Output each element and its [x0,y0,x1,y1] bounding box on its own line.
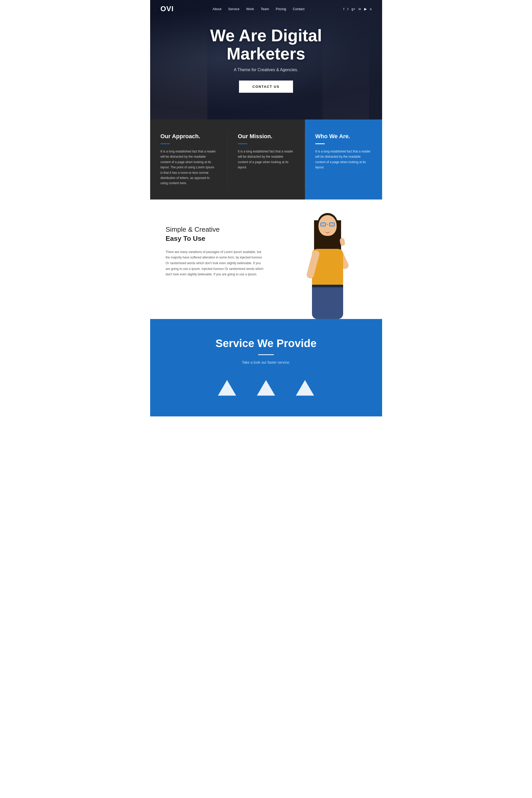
nav-team[interactable]: Team [261,7,269,11]
service-section: Service We Provide Take a look our faste… [150,319,382,416]
who-title: Who We Are. [315,133,372,140]
contact-us-button[interactable]: CONTACT US [239,80,293,93]
who-text: It is a long established fact that a rea… [315,149,372,170]
mission-column: Our Mission. It is a long established fa… [228,119,305,200]
skype-icon[interactable]: s [370,7,372,11]
approach-title: Our Approach. [160,133,217,140]
navbar: OVI About Service Work Team Pricing Cont… [150,0,382,18]
hero-person-left [150,21,207,119]
nav-service[interactable]: Service [228,7,239,11]
nav-pricing[interactable]: Pricing [276,7,286,11]
service-divider [258,354,274,355]
service-subtitle: Take a look our faster service. [160,360,372,364]
creative-title: Easy To Use [166,234,278,243]
glasses [320,222,335,227]
nav-contact[interactable]: Contact [293,7,304,11]
hero-title: We Are Digital Marketers [210,27,322,63]
jeans [312,285,343,319]
creative-subtitle: Simple & Creative [166,226,278,233]
service-icon-3 [296,380,314,396]
service-icon-1 [218,380,236,396]
triangle-icon-2 [257,380,275,396]
triangle-icon-3 [296,380,314,396]
woman-figure [292,215,363,319]
approach-column: Our Approach. It is a long established f… [150,119,227,200]
creative-image [289,215,366,319]
creative-left: Simple & Creative Easy To Use There are … [166,215,289,278]
mission-divider [238,144,247,144]
social-links: f t g+ in ▶ s [343,7,372,11]
linkedin-icon[interactable]: in [359,7,361,11]
hero-person-right [322,31,369,119]
nav-work[interactable]: Work [246,7,254,11]
hero-section: We Are Digital Marketers A Theme for Cre… [150,0,382,119]
belt [312,285,343,287]
creative-text: There are many variations of passages of… [166,249,264,278]
hero-content: We Are Digital Marketers A Theme for Cre… [210,27,322,93]
nav-about[interactable]: About [212,7,221,11]
logo[interactable]: OVI [160,5,174,13]
google-plus-icon[interactable]: g+ [352,7,355,11]
service-icons [160,380,372,396]
nav-links: About Service Work Team Pricing Contact [212,6,304,11]
triangle-icon-1 [218,380,236,396]
facebook-icon[interactable]: f [343,7,344,11]
approach-text: It is a long established fact that a rea… [160,149,217,186]
creative-section: Simple & Creative Easy To Use There are … [150,200,382,319]
service-title: Service We Provide [160,337,372,350]
service-icon-2 [257,380,275,396]
twitter-icon[interactable]: t [347,7,348,11]
mission-title: Our Mission. [238,133,294,140]
hero-subtitle: A Theme for Creatives & Agencies. [210,68,322,72]
youtube-icon[interactable]: ▶ [364,7,367,11]
mission-text: It is a long established fact that a rea… [238,149,294,170]
info-section: Our Approach. It is a long established f… [150,119,382,200]
approach-divider [160,144,170,144]
who-divider [315,144,325,144]
who-we-are-column: Who We Are. It is a long established fac… [305,119,382,200]
